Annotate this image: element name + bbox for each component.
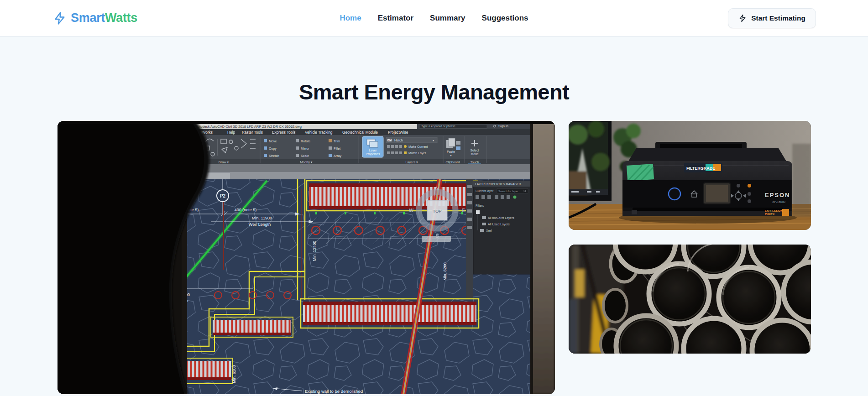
svg-text:Mirror: Mirror: [301, 146, 309, 151]
layer-root-node[interactable]: [476, 210, 480, 214]
filtergrade-sticker: FILTERGRADE: [684, 163, 722, 172]
layer-properties-button[interactable]: Layer Properties: [362, 136, 383, 157]
svg-text:Match Layer: Match Layer: [408, 151, 426, 155]
svg-text:Min. 8200: Min. 8200: [443, 262, 447, 281]
svg-text:Hatch: Hatch: [394, 138, 403, 142]
svg-text:Paste: Paste: [447, 150, 455, 153]
svg-text:Move: Move: [269, 139, 277, 143]
svg-text:Make Current: Make Current: [408, 145, 428, 148]
svg-text:Layer: Layer: [369, 149, 377, 152]
page-title: Smart Energy Management: [0, 36, 868, 104]
cad-menu-help[interactable]: Help: [227, 130, 235, 135]
svg-text:Min. 6200: Min. 6200: [232, 365, 236, 383]
svg-text:Existing wall to be demolished: Existing wall to be demolished: [305, 389, 363, 394]
hatch-band-lower: [301, 299, 479, 328]
viewcube-top[interactable]: TOP: [433, 208, 441, 214]
layer-tree-item[interactable]: All Used Layers: [488, 223, 510, 226]
navbar: SmartWatts Home Estimator Summary Sugges…: [0, 0, 868, 36]
svg-text:N: N: [435, 186, 439, 191]
panel-label-clipboard: Clipboard: [446, 160, 460, 164]
pipes-illustration: [569, 245, 811, 354]
cad-search-placeholder: Type a keyword or phrase: [421, 125, 455, 128]
svg-text:PHOTO: PHOTO: [765, 213, 775, 215]
cad-workstation-illustration: Autodesk AutoCAD Civil 3D 2018 LFD ARP Z…: [58, 121, 555, 394]
brand-name-part1: Smart: [71, 11, 105, 25]
printer-model: XP-15000: [772, 200, 785, 203]
svg-text:▾: ▾: [433, 139, 434, 142]
cad-title-text: Autodesk AutoCAD Civil 3D 2018 LFD ARP Z…: [195, 125, 302, 129]
vignette: [569, 245, 811, 354]
lightning-icon: [738, 14, 747, 22]
panel-label-draw[interactable]: Draw ▾: [219, 160, 229, 164]
side-image-column: FILTERGRADE: [569, 121, 811, 394]
panel-label-modify[interactable]: Modify ▾: [300, 160, 313, 164]
printer: FILTERGRADE: [619, 142, 797, 224]
layer-search-placeholder: Search for layer: [498, 189, 518, 193]
svg-text:Min. 12400: Min. 12400: [312, 241, 317, 261]
image-gallery: Autodesk AutoCAD Civil 3D 2018 LFD ARP Z…: [58, 121, 811, 394]
svg-text:Weir Length: Weir Length: [249, 222, 271, 227]
panel-label-layers[interactable]: Layers ▾: [405, 160, 418, 164]
brand-name-part2: Watts: [105, 11, 137, 25]
svg-text:Mode: Mode: [471, 152, 478, 156]
svg-text:400 (note 5): 400 (note 5): [235, 208, 257, 212]
printer-brand: EPSON: [765, 192, 790, 198]
layer-panel-title: LAYER PROPERTIES MANAGER: [475, 182, 521, 186]
svg-text:Array: Array: [334, 154, 342, 158]
modify-tools[interactable]: Move Copy Stretch Rotate Mirror Scale Tr…: [264, 139, 342, 158]
cad-menu-express-tools[interactable]: Express Tools: [272, 130, 296, 135]
page: SmartWatts Home Estimator Summary Sugges…: [0, 0, 868, 394]
main-content: Smart Energy Management: [0, 36, 868, 394]
svg-text:Copy: Copy: [269, 146, 277, 151]
start-estimating-button[interactable]: Start Estimating: [728, 8, 816, 28]
svg-text:Properties: Properties: [366, 152, 381, 156]
cad-sign-in[interactable]: Sign In: [498, 125, 508, 128]
green-sticker: [627, 164, 654, 181]
lightning-icon: [53, 11, 67, 25]
cad-menu-geotechnical[interactable]: Geotechnical Module: [342, 130, 378, 135]
svg-text:▾: ▾: [450, 154, 451, 157]
nav-link-estimator[interactable]: Estimator: [378, 14, 413, 23]
svg-text:Trim: Trim: [334, 139, 340, 143]
layer-tree-item[interactable]: Xref: [486, 229, 492, 232]
nav-link-suggestions[interactable]: Suggestions: [482, 14, 528, 23]
svg-text:EXPRESSION: EXPRESSION: [765, 209, 783, 212]
cad-menu-raster-tools[interactable]: Raster Tools: [242, 130, 263, 135]
nav-link-summary[interactable]: Summary: [430, 14, 465, 23]
svg-text:Stretch: Stretch: [269, 154, 279, 158]
svg-text:Select: Select: [471, 149, 479, 152]
layer-tree-item[interactable]: All non-Xref Layers: [488, 216, 514, 220]
svg-text:Scale: Scale: [301, 154, 309, 158]
cad-menu-projectwise[interactable]: ProjectWise: [388, 130, 408, 135]
current-layer-label: Current layer: [476, 189, 494, 193]
sticker-text: FILTERGRADE: [686, 166, 715, 171]
cad-menu-vehicle-tracking[interactable]: Vehicle Tracking: [305, 130, 333, 135]
start-estimating-label: Start Estimating: [751, 14, 805, 22]
side-image-pipes: [569, 245, 811, 354]
main-nav: Home Estimator Summary Suggestions: [340, 14, 528, 23]
brand-name: SmartWatts: [71, 11, 137, 25]
panel-label-touch: Touch: [470, 160, 479, 164]
hatch-band-step: [211, 317, 293, 337]
svg-text:Fillet: Fillet: [334, 146, 340, 151]
filters-label: Filters: [476, 204, 484, 207]
brand-logo[interactable]: SmartWatts: [53, 11, 137, 25]
svg-text:E: E: [461, 208, 465, 213]
hero-image-cad-workstation: Autodesk AutoCAD Civil 3D 2018 LFD ARP Z…: [58, 121, 555, 394]
power-button[interactable]: [669, 188, 680, 200]
svg-text:P2: P2: [220, 193, 226, 198]
printer-illustration: FILTERGRADE: [569, 121, 811, 230]
svg-text:Rotate: Rotate: [301, 139, 310, 143]
svg-text:W: W: [409, 208, 414, 213]
nav-link-home[interactable]: Home: [340, 14, 361, 23]
side-image-printer: FILTERGRADE: [569, 121, 811, 230]
svg-text:Min. 11900: Min. 11900: [252, 216, 272, 220]
